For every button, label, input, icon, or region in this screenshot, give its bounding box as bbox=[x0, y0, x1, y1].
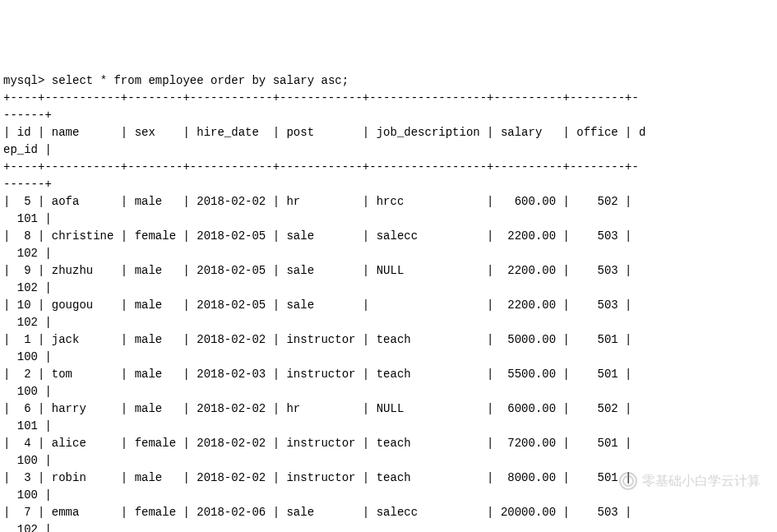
mysql-prompt: mysql> bbox=[3, 74, 44, 87]
table-separator-mid: +----+-----------+--------+------------+… bbox=[3, 160, 639, 191]
table-header: | id | name | sex | hire_date | post | j… bbox=[3, 126, 645, 156]
sql-query: select * from employee order by salary a… bbox=[52, 74, 349, 87]
watermark: 零基础小白学云计算 bbox=[619, 471, 761, 491]
watermark-text: 零基础小白学云计算 bbox=[642, 471, 761, 491]
wechat-icon bbox=[619, 472, 637, 490]
table-body: | 5 | aofa | male | 2018-02-02 | hr | hr… bbox=[3, 195, 645, 532]
table-separator-top: +----+-----------+--------+------------+… bbox=[3, 91, 639, 122]
mysql-terminal-output: mysql> select * from employee order by s… bbox=[3, 72, 774, 532]
